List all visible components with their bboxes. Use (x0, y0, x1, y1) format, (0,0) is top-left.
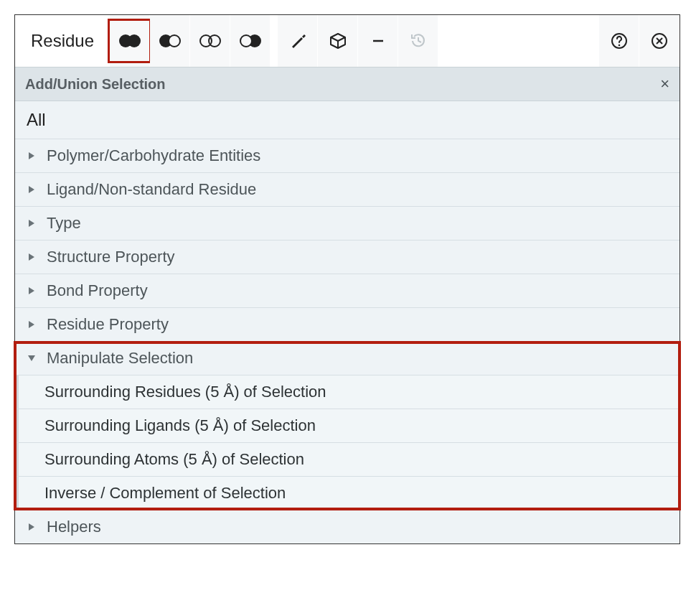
row-all[interactable]: All (15, 101, 679, 139)
svg-point-5 (209, 35, 220, 47)
intersect-icon (198, 32, 222, 50)
brush-icon (288, 32, 307, 50)
svg-marker-18 (29, 287, 34, 294)
union-button[interactable] (110, 15, 150, 67)
row-helpers[interactable]: Helpers (15, 510, 679, 543)
chevron-right-icon (27, 321, 37, 328)
row-label: Bond Property (47, 281, 148, 300)
panel-header: Add/Union Selection × (15, 67, 679, 101)
row-bond[interactable]: Bond Property (15, 274, 679, 308)
history-icon (409, 32, 428, 50)
row-label: Surrounding Residues (5 Å) of Selection (44, 383, 326, 401)
manipulate-section: Manipulate Selection Surrounding Residue… (15, 342, 679, 510)
chevron-right-icon (27, 523, 37, 531)
minus-button[interactable] (358, 15, 398, 67)
row-label: All (27, 110, 46, 130)
help-button[interactable] (599, 15, 639, 67)
row-label: Polymer/Carbohydrate Entities (47, 146, 260, 165)
svg-marker-15 (29, 186, 34, 193)
row-structure[interactable]: Structure Property (15, 241, 679, 274)
chevron-right-icon (27, 186, 37, 193)
row-label: Ligand/Non-standard Residue (47, 180, 256, 199)
chevron-right-icon (27, 287, 37, 294)
mode-label[interactable]: Residue (15, 15, 110, 67)
chevron-right-icon (27, 253, 37, 261)
set-icon (238, 32, 263, 50)
manipulate-children: Surrounding Residues (5 Å) of Selection … (15, 375, 679, 510)
svg-marker-16 (29, 220, 34, 227)
row-label: Surrounding Ligands (5 Å) of Selection (44, 416, 316, 435)
row-label: Manipulate Selection (47, 349, 193, 368)
row-label: Helpers (47, 518, 101, 536)
minus-icon (370, 32, 387, 50)
child-surrounding-ligands[interactable]: Surrounding Ligands (5 Å) of Selection (15, 409, 679, 443)
row-manipulate[interactable]: Manipulate Selection (15, 342, 679, 375)
svg-marker-21 (29, 523, 34, 531)
chevron-right-icon (27, 220, 37, 227)
help-icon (610, 32, 629, 50)
panel-close-x[interactable]: × (660, 75, 669, 93)
chevron-right-icon (27, 152, 37, 159)
child-inverse[interactable]: Inverse / Complement of Selection (15, 477, 679, 510)
selection-panel: Residue (14, 14, 680, 544)
row-ligand[interactable]: Ligand/Non-standard Residue (15, 173, 679, 207)
row-label: Residue Property (47, 315, 169, 334)
toolbar: Residue (15, 15, 679, 67)
svg-point-7 (240, 35, 252, 47)
set-button[interactable] (230, 15, 271, 67)
row-label: Structure Property (47, 248, 175, 266)
subtract-button[interactable] (150, 15, 190, 67)
panel-title: Add/Union Selection (25, 76, 166, 93)
svg-point-1 (128, 34, 141, 47)
history-button (398, 15, 438, 67)
cube-icon (329, 32, 347, 50)
svg-point-10 (618, 45, 620, 47)
row-label: Inverse / Complement of Selection (44, 484, 286, 503)
close-panel-button[interactable] (639, 15, 679, 67)
cube-button[interactable] (318, 15, 358, 67)
svg-marker-20 (28, 355, 35, 361)
row-label: Surrounding Atoms (5 Å) of Selection (44, 450, 304, 469)
child-surrounding-atoms[interactable]: Surrounding Atoms (5 Å) of Selection (15, 443, 679, 477)
chevron-down-icon (27, 355, 37, 362)
svg-marker-19 (29, 321, 34, 328)
svg-point-3 (169, 35, 180, 47)
row-residue[interactable]: Residue Property (15, 308, 679, 342)
union-icon (118, 32, 142, 50)
brush-button[interactable] (278, 15, 318, 67)
svg-marker-17 (29, 253, 34, 261)
intersect-button[interactable] (190, 15, 230, 67)
child-surrounding-residues[interactable]: Surrounding Residues (5 Å) of Selection (15, 375, 679, 409)
subtract-icon (158, 32, 182, 50)
selection-list: All Polymer/Carbohydrate Entities Ligand… (15, 101, 679, 543)
row-label: Type (47, 214, 81, 233)
close-icon (650, 32, 669, 50)
row-polymer[interactable]: Polymer/Carbohydrate Entities (15, 139, 679, 173)
svg-marker-14 (29, 152, 34, 159)
row-type[interactable]: Type (15, 207, 679, 241)
